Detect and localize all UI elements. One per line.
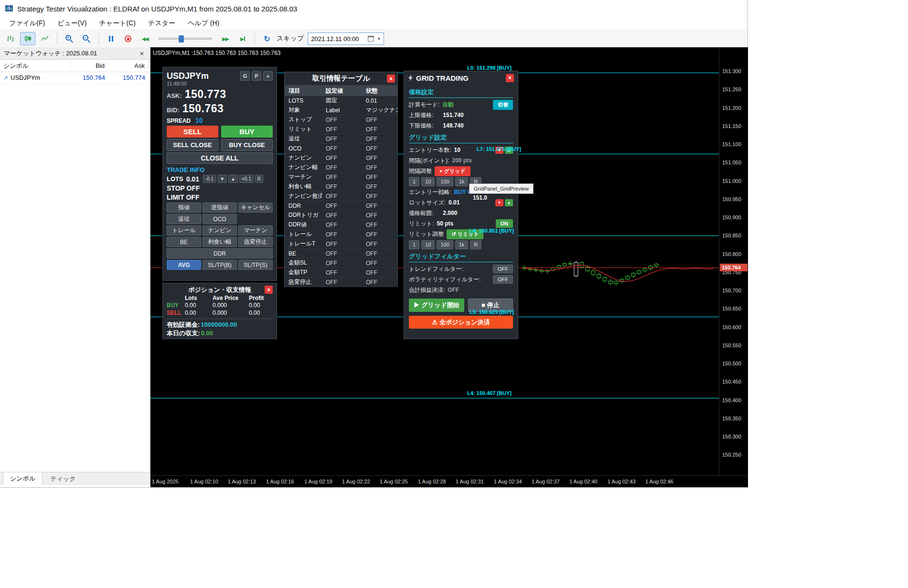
step-button-100[interactable]: 100	[437, 177, 453, 186]
bar-chart-icon	[7, 35, 14, 43]
status-cell: マジックナンバー	[362, 106, 397, 114]
buy-close-button[interactable]: BUY CLOSE	[221, 139, 273, 151]
status-cell: OFF	[362, 279, 397, 286]
trade-function-button[interactable]: 逆指値	[203, 203, 237, 213]
lots-value: 0.00	[185, 309, 213, 317]
lot-decrease-button[interactable]: ▼	[495, 199, 503, 206]
trade-function-button[interactable]: ナンピン	[203, 225, 237, 235]
lot-down-button[interactable]: ▼	[217, 175, 227, 183]
trade-function-button[interactable]: BE	[167, 237, 201, 247]
time-label: 1 Aug 02:46	[645, 479, 673, 484]
step-button-100[interactable]: 100	[437, 240, 453, 249]
sell-close-button[interactable]: SELL CLOSE	[167, 139, 218, 151]
status-cell: OFF	[362, 231, 397, 238]
tab-symbols[interactable]: シンボル	[3, 472, 43, 485]
grid-start-button[interactable]: ▶ グリッド開始	[409, 299, 464, 312]
stop-button[interactable]	[120, 32, 136, 45]
position-panel-close-button[interactable]: ×	[265, 286, 273, 294]
trade-function-button[interactable]: マーチン	[238, 225, 273, 235]
candlestick-chart-button[interactable]	[20, 32, 35, 45]
lot-reset-button[interactable]: R	[255, 175, 263, 183]
step-button-R[interactable]: R	[470, 240, 481, 249]
ddr-button[interactable]: DDR	[167, 248, 273, 258]
play-icon: ▶	[414, 301, 420, 309]
step-button-1k[interactable]: 1k	[455, 240, 469, 249]
calc-mode-toggle-button[interactable]: 切替	[493, 100, 513, 110]
fast-forward-button[interactable]: ▶▶	[218, 32, 233, 45]
lot-plus-button[interactable]: +0.1	[239, 175, 254, 183]
price-scale[interactable]: 151.300151.250151.200151.150151.100151.0…	[719, 47, 748, 475]
rewind-button[interactable]: ◀◀	[138, 32, 153, 45]
step-button-1k[interactable]: 1k	[455, 177, 469, 186]
interval-adjust-button[interactable]: × グリッド	[435, 166, 470, 176]
zoom-in-button[interactable]: +	[62, 32, 77, 45]
limit-row: リミット: 50 pts ON	[409, 218, 513, 229]
item-cell: 対象	[285, 106, 322, 114]
trade-function-button[interactable]: 指値	[167, 203, 201, 213]
skip-button[interactable]: ↻	[259, 32, 275, 45]
skip-to-end-button[interactable]: ▶	[235, 32, 250, 45]
grid-panel-close-button[interactable]: ×	[506, 74, 514, 82]
line-chart-button[interactable]	[37, 32, 53, 45]
menu-chart[interactable]: チャート(C)	[93, 17, 142, 30]
speed-slider[interactable]	[159, 35, 212, 43]
bar-chart-button[interactable]	[3, 32, 18, 45]
lot-increase-button[interactable]: ▲	[505, 199, 513, 206]
equity-value: 10000000.00	[201, 321, 237, 329]
menu-tester[interactable]: テスター	[142, 17, 182, 30]
pause-button[interactable]	[103, 32, 118, 45]
menu-file[interactable]: ファイル(F)	[3, 17, 51, 30]
trend-filter-toggle[interactable]: OFF	[493, 265, 513, 273]
avg-button[interactable]: AVG	[167, 260, 201, 270]
grid-button[interactable]: G	[240, 71, 250, 81]
trade-function-button[interactable]: OCO	[203, 214, 237, 224]
market-watch-row[interactable]: ↗USDJPYm150.764150.774	[0, 72, 150, 84]
step-button-1[interactable]: 1	[409, 177, 419, 186]
market-watch-tabs: シンボルティック	[0, 472, 150, 485]
step-button-10[interactable]: 10	[421, 240, 435, 249]
zoom-out-button[interactable]: −	[79, 32, 94, 45]
info-table-row: トレールOFFOFF	[285, 230, 397, 239]
limit-step-buttons: 1101001kR	[409, 239, 513, 250]
sltp-sell-button[interactable]: SL/TP(S)	[238, 260, 273, 270]
setting-cell: OFF	[322, 183, 362, 190]
skip-to-end-bar	[244, 36, 245, 41]
menu-help[interactable]: ヘルプ (H)	[182, 17, 225, 30]
step-button-10[interactable]: 10	[421, 177, 435, 186]
lot-size-label: ロットサイズ:	[409, 199, 446, 207]
trade-function-button[interactable]: トレール	[167, 225, 201, 235]
sell-button[interactable]: SELL	[167, 126, 218, 138]
time-axis[interactable]: 1 Aug 20251 Aug 02:101 Aug 02:131 Aug 02…	[150, 475, 748, 487]
limit-toggle-button[interactable]: ON	[496, 219, 513, 228]
lower-price-row: 下限価格: 149.740	[409, 120, 513, 131]
market-watch-close-button[interactable]: ×	[138, 49, 146, 58]
step-button-1[interactable]: 1	[409, 240, 419, 249]
volatility-filter-toggle[interactable]: OFF	[493, 275, 513, 284]
price-tick: 150.650	[722, 306, 741, 311]
buy-button[interactable]: BUY	[221, 126, 273, 138]
lot-up-button[interactable]: ▲	[228, 175, 238, 183]
info-table-close-button[interactable]: ×	[387, 75, 395, 83]
setting-cell: OFF	[322, 193, 362, 200]
dropdown-arrow-icon[interactable]: ▼	[377, 37, 381, 41]
info-column-header: 設定値	[322, 87, 362, 95]
trade-function-button[interactable]: キャンセル	[238, 203, 273, 213]
close-all-button[interactable]: CLOSE ALL	[167, 152, 273, 164]
date-picker[interactable]: 2021.12.11 00:00 ▼	[308, 32, 384, 45]
panel-button[interactable]: P	[252, 71, 261, 81]
info-table-row: 金額TPOFFOFF	[285, 268, 397, 278]
trade-function-button[interactable]: 追従	[167, 214, 201, 224]
status-cell: OFF	[362, 183, 397, 190]
toolbar-separator	[255, 33, 255, 44]
collapse-button[interactable]: «	[263, 71, 273, 81]
trade-function-button[interactable]: 急変停止	[238, 237, 273, 247]
trade-function-button[interactable]: 利食い幅	[203, 237, 237, 247]
sltp-buy-button[interactable]: SL/TP(B)	[203, 260, 237, 270]
lot-minus-button[interactable]: -0.1	[203, 175, 216, 183]
tab-ticks[interactable]: ティック	[43, 473, 82, 485]
menu-view[interactable]: ビュー(V)	[51, 17, 93, 30]
price-range-row: 価格範囲: 2.000	[409, 208, 513, 218]
item-cell: 金額TP	[285, 268, 322, 277]
close-all-positions-button[interactable]: ⚠ 全ポジション決済	[409, 316, 513, 329]
slider-handle[interactable]	[179, 35, 184, 43]
